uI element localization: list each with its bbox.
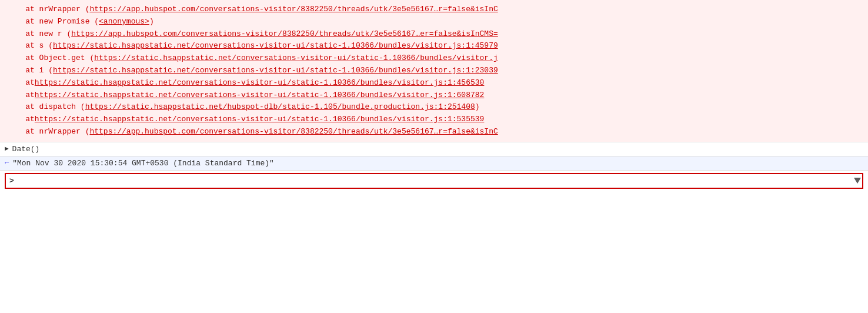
console-input-block[interactable]: > [5, 173, 863, 189]
error-link-4[interactable]: https://static.hsappstatic.net/conversat… [53, 40, 498, 52]
error-line-8: at https://static.hsappstatic.net/conver… [5, 89, 863, 102]
error-link-10[interactable]: https://static.hsappstatic.net/conversat… [35, 114, 485, 126]
error-link-8[interactable]: https://static.hsappstatic.net/conversat… [35, 89, 485, 102]
error-link-6[interactable]: https://static.hsappstatic.net/conversat… [53, 65, 498, 77]
error-link-5[interactable]: https://static.hsappstatic.net/conversat… [94, 52, 498, 65]
divider-3 [0, 170, 868, 171]
bottom-space [0, 191, 868, 313]
date-block: ► Date() [0, 142, 868, 156]
mouse-cursor-icon [854, 178, 861, 184]
error-link-1[interactable]: https://app.hubspot.com/conversations-vi… [89, 4, 498, 16]
error-line-4: at s (https://static.hsappstatic.net/con… [5, 40, 863, 52]
error-line-2: at new Promise (<anonymous>) [5, 16, 863, 28]
console-input[interactable] [18, 177, 859, 185]
date-result-text: "Mon Nov 30 2020 15:30:54 GMT+0530 (Indi… [12, 159, 274, 168]
error-link-7[interactable]: https://static.hsappstatic.net/conversat… [35, 77, 485, 89]
error-link-3[interactable]: https://app.hubspot.com/conversations-vi… [71, 28, 498, 41]
error-line-10: at https://static.hsappstatic.net/conver… [5, 114, 863, 126]
error-line-11: at nrWrapper (https://app.hubspot.com/co… [5, 126, 863, 138]
error-line-1: at nrWrapper (https://app.hubspot.com/co… [5, 4, 863, 16]
prompt-symbol: > [9, 177, 14, 185]
expand-arrow-icon[interactable]: ► [5, 145, 9, 152]
error-line-7: at https://static.hsappstatic.net/conver… [5, 77, 863, 89]
error-line-6: at i (https://static.hsappstatic.net/con… [5, 65, 863, 77]
error-line-3: at new r (https://app.hubspot.com/conver… [5, 28, 863, 41]
error-line-9: at dispatch (https://static.hsappstatic.… [5, 101, 863, 114]
date-label: Date() [12, 145, 40, 154]
result-arrow-icon: ← [5, 159, 9, 167]
error-block: at nrWrapper (https://app.hubspot.com/co… [0, 0, 868, 142]
error-line-5: at Object.get (https://static.hsappstati… [5, 52, 863, 65]
console-container: at nrWrapper (https://app.hubspot.com/co… [0, 0, 868, 313]
error-link-11[interactable]: https://app.hubspot.com/conversations-vi… [89, 126, 498, 138]
error-link-2[interactable]: <anonymous> [99, 16, 149, 28]
date-result-block: ← "Mon Nov 30 2020 15:30:54 GMT+0530 (In… [0, 156, 868, 170]
error-link-9[interactable]: https://static.hsappstatic.net/hubspot-d… [85, 101, 475, 114]
